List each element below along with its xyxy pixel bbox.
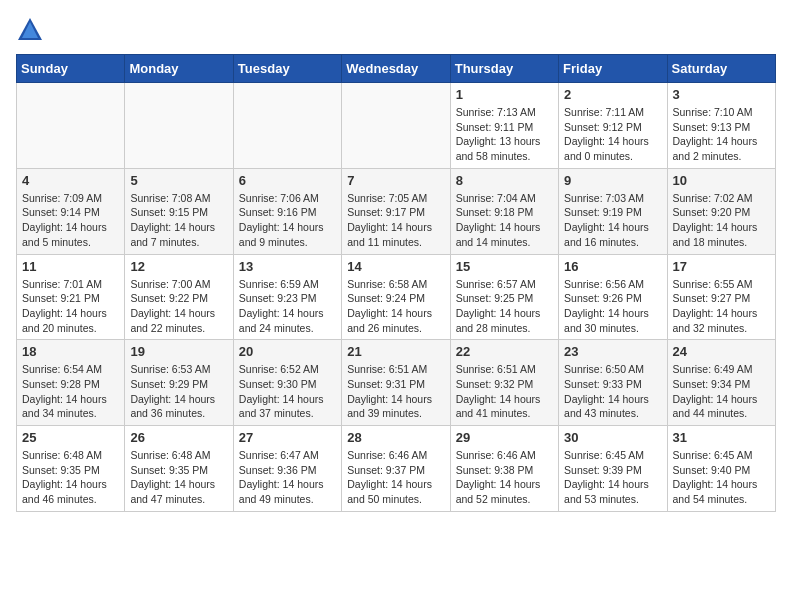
calendar-cell-5-3: 27Sunrise: 6:47 AMSunset: 9:36 PMDayligh… [233, 426, 341, 512]
header-tuesday: Tuesday [233, 55, 341, 83]
calendar-week-4: 18Sunrise: 6:54 AMSunset: 9:28 PMDayligh… [17, 340, 776, 426]
day-number: 24 [673, 344, 770, 359]
calendar-cell-5-2: 26Sunrise: 6:48 AMSunset: 9:35 PMDayligh… [125, 426, 233, 512]
day-info: Sunrise: 6:59 AMSunset: 9:23 PMDaylight:… [239, 277, 336, 336]
header-row: SundayMondayTuesdayWednesdayThursdayFrid… [17, 55, 776, 83]
day-number: 17 [673, 259, 770, 274]
header [16, 16, 776, 44]
day-number: 18 [22, 344, 119, 359]
day-number: 31 [673, 430, 770, 445]
header-saturday: Saturday [667, 55, 775, 83]
day-info: Sunrise: 6:48 AMSunset: 9:35 PMDaylight:… [22, 448, 119, 507]
day-info: Sunrise: 7:11 AMSunset: 9:12 PMDaylight:… [564, 105, 661, 164]
calendar-week-3: 11Sunrise: 7:01 AMSunset: 9:21 PMDayligh… [17, 254, 776, 340]
day-info: Sunrise: 6:46 AMSunset: 9:38 PMDaylight:… [456, 448, 553, 507]
day-info: Sunrise: 6:55 AMSunset: 9:27 PMDaylight:… [673, 277, 770, 336]
day-info: Sunrise: 6:47 AMSunset: 9:36 PMDaylight:… [239, 448, 336, 507]
day-number: 1 [456, 87, 553, 102]
calendar-cell-3-3: 13Sunrise: 6:59 AMSunset: 9:23 PMDayligh… [233, 254, 341, 340]
day-info: Sunrise: 7:05 AMSunset: 9:17 PMDaylight:… [347, 191, 444, 250]
day-number: 2 [564, 87, 661, 102]
calendar-cell-4-3: 20Sunrise: 6:52 AMSunset: 9:30 PMDayligh… [233, 340, 341, 426]
calendar-cell-1-4 [342, 83, 450, 169]
calendar-week-1: 1Sunrise: 7:13 AMSunset: 9:11 PMDaylight… [17, 83, 776, 169]
day-info: Sunrise: 6:51 AMSunset: 9:31 PMDaylight:… [347, 362, 444, 421]
logo-icon [16, 16, 44, 44]
calendar-cell-4-7: 24Sunrise: 6:49 AMSunset: 9:34 PMDayligh… [667, 340, 775, 426]
day-info: Sunrise: 6:57 AMSunset: 9:25 PMDaylight:… [456, 277, 553, 336]
calendar-cell-3-1: 11Sunrise: 7:01 AMSunset: 9:21 PMDayligh… [17, 254, 125, 340]
calendar-week-2: 4Sunrise: 7:09 AMSunset: 9:14 PMDaylight… [17, 168, 776, 254]
day-info: Sunrise: 7:03 AMSunset: 9:19 PMDaylight:… [564, 191, 661, 250]
day-number: 3 [673, 87, 770, 102]
calendar-cell-5-4: 28Sunrise: 6:46 AMSunset: 9:37 PMDayligh… [342, 426, 450, 512]
day-info: Sunrise: 6:54 AMSunset: 9:28 PMDaylight:… [22, 362, 119, 421]
day-info: Sunrise: 7:13 AMSunset: 9:11 PMDaylight:… [456, 105, 553, 164]
header-monday: Monday [125, 55, 233, 83]
day-info: Sunrise: 7:08 AMSunset: 9:15 PMDaylight:… [130, 191, 227, 250]
day-info: Sunrise: 6:45 AMSunset: 9:39 PMDaylight:… [564, 448, 661, 507]
calendar-cell-3-4: 14Sunrise: 6:58 AMSunset: 9:24 PMDayligh… [342, 254, 450, 340]
calendar-cell-2-3: 6Sunrise: 7:06 AMSunset: 9:16 PMDaylight… [233, 168, 341, 254]
day-number: 29 [456, 430, 553, 445]
day-info: Sunrise: 6:48 AMSunset: 9:35 PMDaylight:… [130, 448, 227, 507]
calendar-cell-2-7: 10Sunrise: 7:02 AMSunset: 9:20 PMDayligh… [667, 168, 775, 254]
day-number: 19 [130, 344, 227, 359]
day-number: 5 [130, 173, 227, 188]
day-number: 20 [239, 344, 336, 359]
calendar-cell-3-2: 12Sunrise: 7:00 AMSunset: 9:22 PMDayligh… [125, 254, 233, 340]
day-info: Sunrise: 6:49 AMSunset: 9:34 PMDaylight:… [673, 362, 770, 421]
day-info: Sunrise: 7:06 AMSunset: 9:16 PMDaylight:… [239, 191, 336, 250]
calendar-cell-2-6: 9Sunrise: 7:03 AMSunset: 9:19 PMDaylight… [559, 168, 667, 254]
calendar-cell-5-6: 30Sunrise: 6:45 AMSunset: 9:39 PMDayligh… [559, 426, 667, 512]
calendar-cell-1-6: 2Sunrise: 7:11 AMSunset: 9:12 PMDaylight… [559, 83, 667, 169]
day-info: Sunrise: 6:52 AMSunset: 9:30 PMDaylight:… [239, 362, 336, 421]
day-number: 15 [456, 259, 553, 274]
calendar-cell-5-1: 25Sunrise: 6:48 AMSunset: 9:35 PMDayligh… [17, 426, 125, 512]
day-info: Sunrise: 6:45 AMSunset: 9:40 PMDaylight:… [673, 448, 770, 507]
day-info: Sunrise: 6:53 AMSunset: 9:29 PMDaylight:… [130, 362, 227, 421]
day-number: 10 [673, 173, 770, 188]
calendar-cell-1-7: 3Sunrise: 7:10 AMSunset: 9:13 PMDaylight… [667, 83, 775, 169]
day-number: 6 [239, 173, 336, 188]
day-info: Sunrise: 6:51 AMSunset: 9:32 PMDaylight:… [456, 362, 553, 421]
day-number: 28 [347, 430, 444, 445]
calendar-cell-1-3 [233, 83, 341, 169]
day-info: Sunrise: 7:09 AMSunset: 9:14 PMDaylight:… [22, 191, 119, 250]
calendar-cell-2-5: 8Sunrise: 7:04 AMSunset: 9:18 PMDaylight… [450, 168, 558, 254]
day-info: Sunrise: 7:02 AMSunset: 9:20 PMDaylight:… [673, 191, 770, 250]
day-number: 16 [564, 259, 661, 274]
calendar-cell-3-5: 15Sunrise: 6:57 AMSunset: 9:25 PMDayligh… [450, 254, 558, 340]
day-info: Sunrise: 7:00 AMSunset: 9:22 PMDaylight:… [130, 277, 227, 336]
calendar-cell-2-2: 5Sunrise: 7:08 AMSunset: 9:15 PMDaylight… [125, 168, 233, 254]
day-number: 4 [22, 173, 119, 188]
calendar-cell-2-1: 4Sunrise: 7:09 AMSunset: 9:14 PMDaylight… [17, 168, 125, 254]
header-wednesday: Wednesday [342, 55, 450, 83]
calendar-cell-3-7: 17Sunrise: 6:55 AMSunset: 9:27 PMDayligh… [667, 254, 775, 340]
calendar-cell-5-5: 29Sunrise: 6:46 AMSunset: 9:38 PMDayligh… [450, 426, 558, 512]
day-number: 14 [347, 259, 444, 274]
day-number: 8 [456, 173, 553, 188]
calendar-table: SundayMondayTuesdayWednesdayThursdayFrid… [16, 54, 776, 512]
day-number: 27 [239, 430, 336, 445]
day-number: 26 [130, 430, 227, 445]
day-number: 12 [130, 259, 227, 274]
calendar-cell-4-6: 23Sunrise: 6:50 AMSunset: 9:33 PMDayligh… [559, 340, 667, 426]
day-number: 22 [456, 344, 553, 359]
day-number: 21 [347, 344, 444, 359]
calendar-cell-4-2: 19Sunrise: 6:53 AMSunset: 9:29 PMDayligh… [125, 340, 233, 426]
day-number: 30 [564, 430, 661, 445]
day-info: Sunrise: 7:01 AMSunset: 9:21 PMDaylight:… [22, 277, 119, 336]
day-number: 13 [239, 259, 336, 274]
calendar-cell-1-2 [125, 83, 233, 169]
header-friday: Friday [559, 55, 667, 83]
header-sunday: Sunday [17, 55, 125, 83]
calendar-cell-1-1 [17, 83, 125, 169]
day-number: 7 [347, 173, 444, 188]
header-thursday: Thursday [450, 55, 558, 83]
logo [16, 16, 48, 44]
day-info: Sunrise: 6:46 AMSunset: 9:37 PMDaylight:… [347, 448, 444, 507]
calendar-cell-5-7: 31Sunrise: 6:45 AMSunset: 9:40 PMDayligh… [667, 426, 775, 512]
calendar-week-5: 25Sunrise: 6:48 AMSunset: 9:35 PMDayligh… [17, 426, 776, 512]
calendar-cell-4-4: 21Sunrise: 6:51 AMSunset: 9:31 PMDayligh… [342, 340, 450, 426]
